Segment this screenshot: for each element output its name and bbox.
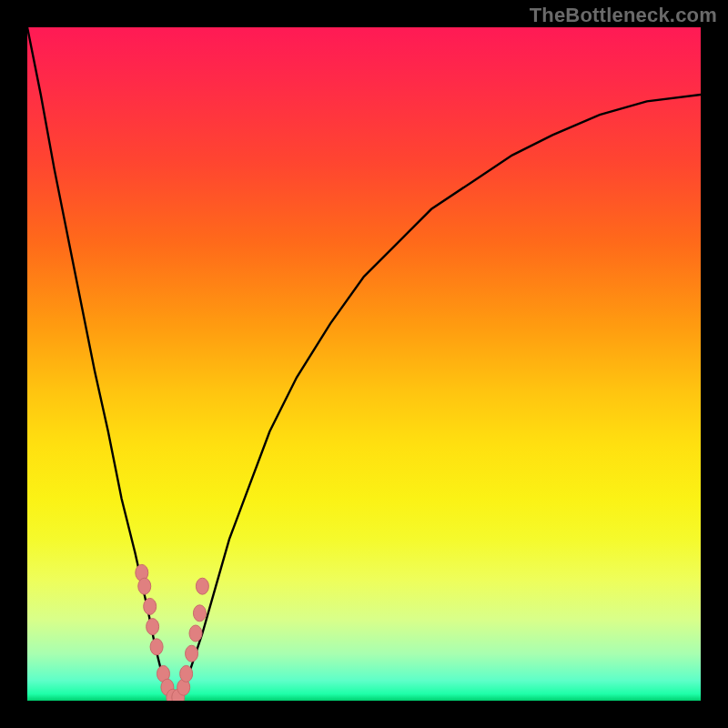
plot-area xyxy=(27,27,701,701)
outer-frame: TheBottleneck.com xyxy=(0,0,728,728)
marker-dot xyxy=(180,665,193,682)
marker-dot xyxy=(150,639,163,655)
marker-dot xyxy=(138,578,151,594)
marker-dot xyxy=(144,598,157,614)
curve-markers xyxy=(136,564,209,701)
marker-dot xyxy=(186,645,198,662)
bottleneck-curve xyxy=(27,27,701,701)
chart-svg xyxy=(27,27,701,701)
watermark-text: TheBottleneck.com xyxy=(530,4,717,27)
marker-dot xyxy=(147,619,159,635)
marker-dot xyxy=(196,578,208,594)
marker-dot xyxy=(193,605,206,622)
marker-dot xyxy=(189,625,202,642)
